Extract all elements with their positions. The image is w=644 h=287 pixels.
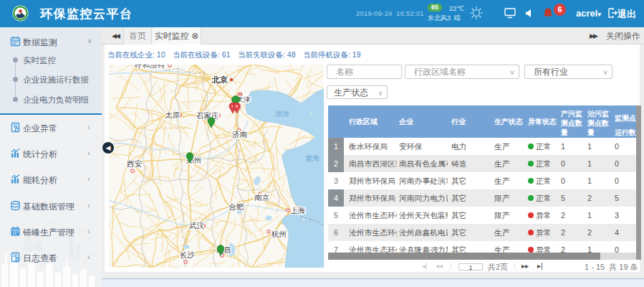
svg-text:⌄: ⌄ — [77, 245, 81, 249]
svg-text:太原: 太原 — [165, 110, 181, 119]
svg-text:合肥: 合肥 — [229, 202, 244, 211]
svg-text:南京: 南京 — [254, 193, 270, 202]
svg-text:杭州: 杭州 — [271, 230, 287, 238]
svg-text:西安: 西安 — [127, 159, 143, 168]
svg-text:上海: 上海 — [290, 206, 306, 215]
svg-text:武汉: 武汉 — [189, 221, 205, 230]
svg-text:呼和浩特: 呼和浩特 — [135, 65, 165, 69]
svg-text:★: ★ — [229, 76, 234, 83]
svg-text:长沙: 长沙 — [180, 250, 196, 259]
svg-text:北京: 北京 — [211, 75, 228, 84]
svg-text:黄海: 黄海 — [305, 154, 319, 162]
svg-text:石家庄: 石家庄 — [196, 111, 219, 120]
svg-text:渤海: 渤海 — [275, 110, 289, 118]
svg-text:济南: 济南 — [232, 130, 248, 138]
